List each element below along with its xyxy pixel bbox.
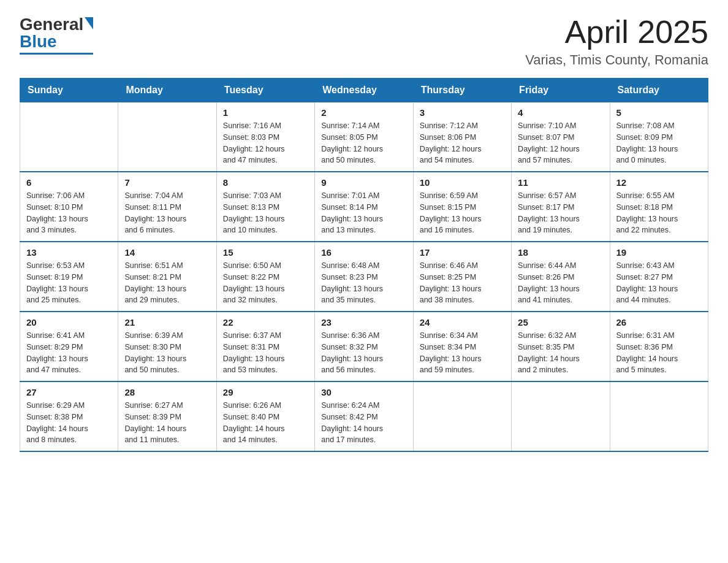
day-info: Sunrise: 6:27 AM Sunset: 8:39 PM Dayligh… <box>124 400 210 446</box>
calendar-empty-cell <box>610 381 708 451</box>
day-number: 16 <box>321 247 406 258</box>
header-sunday: Sunday <box>20 79 118 102</box>
calendar-week-row: 13Sunrise: 6:53 AM Sunset: 8:19 PM Dayli… <box>20 242 708 312</box>
title-block: April 2025 Varias, Timis County, Romania <box>525 15 708 68</box>
calendar-day-11: 11Sunrise: 6:57 AM Sunset: 8:17 PM Dayli… <box>512 172 610 242</box>
day-number: 28 <box>124 387 210 397</box>
day-number: 17 <box>420 247 505 258</box>
day-info: Sunrise: 7:03 AM Sunset: 8:13 PM Dayligh… <box>223 190 308 236</box>
calendar-day-28: 28Sunrise: 6:27 AM Sunset: 8:39 PM Dayli… <box>118 381 216 451</box>
day-info: Sunrise: 7:14 AM Sunset: 8:05 PM Dayligh… <box>321 120 406 166</box>
calendar-day-9: 9Sunrise: 7:01 AM Sunset: 8:14 PM Daylig… <box>315 172 413 242</box>
calendar-day-21: 21Sunrise: 6:39 AM Sunset: 8:30 PM Dayli… <box>118 312 216 381</box>
calendar-day-20: 20Sunrise: 6:41 AM Sunset: 8:29 PM Dayli… <box>20 312 118 381</box>
calendar-day-30: 30Sunrise: 6:24 AM Sunset: 8:42 PM Dayli… <box>315 381 413 451</box>
day-number: 26 <box>616 317 702 327</box>
day-info: Sunrise: 7:06 AM Sunset: 8:10 PM Dayligh… <box>26 190 112 236</box>
day-info: Sunrise: 6:43 AM Sunset: 8:27 PM Dayligh… <box>616 260 702 306</box>
day-number: 19 <box>616 247 702 258</box>
calendar-day-1: 1Sunrise: 7:16 AM Sunset: 8:03 PM Daylig… <box>216 102 314 172</box>
day-number: 20 <box>26 317 112 327</box>
day-number: 18 <box>518 247 603 258</box>
day-info: Sunrise: 7:16 AM Sunset: 8:03 PM Dayligh… <box>223 120 308 166</box>
calendar-week-row: 20Sunrise: 6:41 AM Sunset: 8:29 PM Dayli… <box>20 312 708 381</box>
day-info: Sunrise: 7:04 AM Sunset: 8:11 PM Dayligh… <box>124 190 210 236</box>
logo-underline <box>20 53 93 55</box>
calendar-empty-cell <box>413 381 511 451</box>
day-number: 23 <box>321 317 406 327</box>
day-info: Sunrise: 6:34 AM Sunset: 8:34 PM Dayligh… <box>420 330 505 376</box>
calendar-empty-cell <box>512 381 610 451</box>
calendar-day-13: 13Sunrise: 6:53 AM Sunset: 8:19 PM Dayli… <box>20 242 118 312</box>
calendar-week-row: 6Sunrise: 7:06 AM Sunset: 8:10 PM Daylig… <box>20 172 708 242</box>
calendar-day-26: 26Sunrise: 6:31 AM Sunset: 8:36 PM Dayli… <box>610 312 708 381</box>
day-number: 14 <box>124 247 210 258</box>
day-number: 30 <box>321 387 406 397</box>
day-info: Sunrise: 6:48 AM Sunset: 8:23 PM Dayligh… <box>321 260 406 306</box>
calendar-day-15: 15Sunrise: 6:50 AM Sunset: 8:22 PM Dayli… <box>216 242 314 312</box>
day-info: Sunrise: 6:36 AM Sunset: 8:32 PM Dayligh… <box>321 330 406 376</box>
day-number: 27 <box>26 387 112 397</box>
day-number: 13 <box>26 247 112 258</box>
day-info: Sunrise: 6:51 AM Sunset: 8:21 PM Dayligh… <box>124 260 210 306</box>
calendar-day-25: 25Sunrise: 6:32 AM Sunset: 8:35 PM Dayli… <box>512 312 610 381</box>
day-info: Sunrise: 6:55 AM Sunset: 8:18 PM Dayligh… <box>616 190 702 236</box>
day-number: 9 <box>321 177 406 188</box>
day-info: Sunrise: 6:39 AM Sunset: 8:30 PM Dayligh… <box>124 330 210 376</box>
calendar-day-17: 17Sunrise: 6:46 AM Sunset: 8:25 PM Dayli… <box>413 242 511 312</box>
calendar-day-3: 3Sunrise: 7:12 AM Sunset: 8:06 PM Daylig… <box>413 102 511 172</box>
calendar-day-2: 2Sunrise: 7:14 AM Sunset: 8:05 PM Daylig… <box>315 102 413 172</box>
day-info: Sunrise: 6:24 AM Sunset: 8:42 PM Dayligh… <box>321 400 406 446</box>
day-info: Sunrise: 6:37 AM Sunset: 8:31 PM Dayligh… <box>223 330 308 376</box>
calendar-day-29: 29Sunrise: 6:26 AM Sunset: 8:40 PM Dayli… <box>216 381 314 451</box>
day-number: 4 <box>518 107 603 118</box>
day-number: 29 <box>223 387 308 397</box>
day-info: Sunrise: 7:10 AM Sunset: 8:07 PM Dayligh… <box>518 120 603 166</box>
calendar-day-22: 22Sunrise: 6:37 AM Sunset: 8:31 PM Dayli… <box>216 312 314 381</box>
calendar-day-18: 18Sunrise: 6:44 AM Sunset: 8:26 PM Dayli… <box>512 242 610 312</box>
day-info: Sunrise: 6:59 AM Sunset: 8:15 PM Dayligh… <box>420 190 505 236</box>
calendar-week-row: 1Sunrise: 7:16 AM Sunset: 8:03 PM Daylig… <box>20 102 708 172</box>
page-header: General Blue April 2025 Varias, Timis Co… <box>20 15 708 68</box>
header-tuesday: Tuesday <box>216 79 314 102</box>
location: Varias, Timis County, Romania <box>525 52 708 68</box>
day-info: Sunrise: 6:32 AM Sunset: 8:35 PM Dayligh… <box>518 330 603 376</box>
day-info: Sunrise: 6:57 AM Sunset: 8:17 PM Dayligh… <box>518 190 603 236</box>
header-friday: Friday <box>512 79 610 102</box>
day-info: Sunrise: 6:29 AM Sunset: 8:38 PM Dayligh… <box>26 400 112 446</box>
calendar-day-23: 23Sunrise: 6:36 AM Sunset: 8:32 PM Dayli… <box>315 312 413 381</box>
day-info: Sunrise: 6:41 AM Sunset: 8:29 PM Dayligh… <box>26 330 112 376</box>
calendar-day-4: 4Sunrise: 7:10 AM Sunset: 8:07 PM Daylig… <box>512 102 610 172</box>
day-info: Sunrise: 6:26 AM Sunset: 8:40 PM Dayligh… <box>223 400 308 446</box>
day-info: Sunrise: 6:53 AM Sunset: 8:19 PM Dayligh… <box>26 260 112 306</box>
day-info: Sunrise: 6:50 AM Sunset: 8:22 PM Dayligh… <box>223 260 308 306</box>
day-number: 12 <box>616 177 702 188</box>
day-number: 8 <box>223 177 308 188</box>
day-number: 24 <box>420 317 505 327</box>
calendar-week-row: 27Sunrise: 6:29 AM Sunset: 8:38 PM Dayli… <box>20 381 708 451</box>
day-number: 1 <box>223 107 308 118</box>
logo: General Blue <box>20 15 93 55</box>
day-info: Sunrise: 6:44 AM Sunset: 8:26 PM Dayligh… <box>518 260 603 306</box>
calendar-day-6: 6Sunrise: 7:06 AM Sunset: 8:10 PM Daylig… <box>20 172 118 242</box>
day-info: Sunrise: 6:46 AM Sunset: 8:25 PM Dayligh… <box>420 260 505 306</box>
calendar-day-24: 24Sunrise: 6:34 AM Sunset: 8:34 PM Dayli… <box>413 312 511 381</box>
calendar-day-27: 27Sunrise: 6:29 AM Sunset: 8:38 PM Dayli… <box>20 381 118 451</box>
header-wednesday: Wednesday <box>315 79 413 102</box>
day-number: 15 <box>223 247 308 258</box>
calendar-table: SundayMondayTuesdayWednesdayThursdayFrid… <box>20 78 708 452</box>
calendar-empty-cell <box>118 102 216 172</box>
calendar-day-10: 10Sunrise: 6:59 AM Sunset: 8:15 PM Dayli… <box>413 172 511 242</box>
calendar-day-5: 5Sunrise: 7:08 AM Sunset: 8:09 PM Daylig… <box>610 102 708 172</box>
calendar-day-8: 8Sunrise: 7:03 AM Sunset: 8:13 PM Daylig… <box>216 172 314 242</box>
day-number: 2 <box>321 107 406 118</box>
logo-triangle-icon <box>85 17 93 29</box>
day-number: 5 <box>616 107 702 118</box>
calendar-day-19: 19Sunrise: 6:43 AM Sunset: 8:27 PM Dayli… <box>610 242 708 312</box>
day-info: Sunrise: 7:12 AM Sunset: 8:06 PM Dayligh… <box>420 120 505 166</box>
day-number: 21 <box>124 317 210 327</box>
day-number: 6 <box>26 177 112 188</box>
day-number: 7 <box>124 177 210 188</box>
day-number: 22 <box>223 317 308 327</box>
day-info: Sunrise: 7:08 AM Sunset: 8:09 PM Dayligh… <box>616 120 702 166</box>
